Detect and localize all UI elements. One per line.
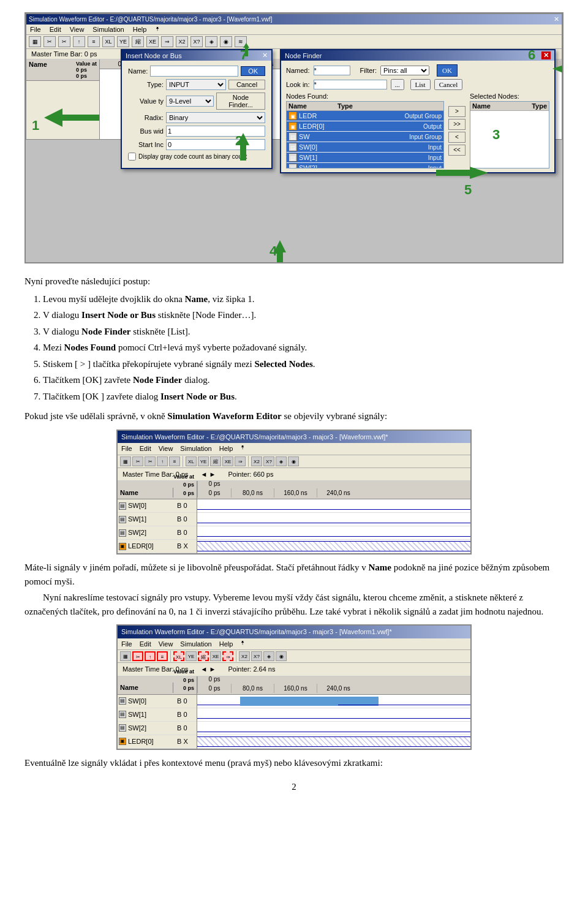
lookin-input[interactable] [314, 80, 387, 89]
mid-tb12[interactable]: X? [263, 456, 274, 466]
mid-tb2[interactable]: ✂ [132, 456, 143, 466]
node-row-ledr[interactable]: ▣ LEDR Output Group [287, 111, 443, 121]
bot-row-ledr0[interactable]: ▣ LEDR[0] B X [118, 735, 197, 749]
mid-simulation[interactable]: Simulation [180, 444, 211, 454]
mid-row-sw2[interactable]: ▤ SW[2] B 0 [118, 526, 197, 540]
bot-tb12[interactable]: ◈ [263, 651, 274, 661]
browse-btn[interactable]: ... [391, 79, 404, 90]
tb-btn-14[interactable]: ◉ [220, 36, 232, 47]
bot-view[interactable]: View [159, 639, 173, 649]
wfe-title: Simulation Waveform Editor - E:/@QUARTUS… [29, 16, 273, 23]
mid-tb10[interactable]: ⇒ [235, 456, 246, 466]
mid-tb13[interactable]: ◈ [276, 456, 287, 466]
mid-tb3[interactable]: ✂ [145, 456, 156, 466]
bot-simulation[interactable]: Simulation [180, 639, 211, 649]
mid-tb6[interactable]: XL [186, 456, 197, 466]
ok-finder-btn[interactable]: OK [437, 64, 458, 77]
bot-tb13[interactable]: ◉ [276, 651, 287, 661]
bot-tb3[interactable]: ↑ [145, 651, 156, 661]
insert-close[interactable]: ✕ [262, 51, 268, 59]
bot-tb7[interactable]: 縮 [198, 651, 209, 661]
mid-view[interactable]: View [159, 444, 173, 454]
mid-tb5[interactable]: ≡ [169, 456, 180, 466]
tb-btn-7[interactable]: YE [117, 36, 129, 47]
node-row-sw0[interactable]: ▤ SW[0] Input [287, 142, 443, 153]
bot-tb6[interactable]: YE [186, 651, 197, 661]
mid-row-sw0[interactable]: ▤ SW[0] B 0 [118, 499, 197, 513]
menu-edit[interactable]: Edit [50, 26, 61, 33]
node-row-sw2[interactable]: ▤ SW[2] Input [287, 163, 443, 168]
selected-nodes-list[interactable]: Name Type [470, 101, 549, 168]
node-row-ledr0[interactable]: ▣ LEDR[0] Output [287, 121, 443, 132]
bot-tb5[interactable]: XL [173, 651, 184, 661]
bot-row-sw0[interactable]: ▤ SW[0] B 0 [118, 695, 197, 708]
buswidth-input[interactable] [166, 126, 265, 137]
tb-btn-12[interactable]: X? [190, 36, 203, 47]
bot-tb11[interactable]: X? [251, 651, 262, 661]
mid-help[interactable]: Help [219, 444, 233, 454]
menu-help[interactable]: Help [133, 26, 147, 33]
bot-help[interactable]: Help [219, 639, 233, 649]
tb-btn-4[interactable]: ↑ [73, 36, 85, 47]
arrow-left-single[interactable]: < [448, 132, 466, 143]
mid-tb8[interactable]: 縮 [210, 456, 221, 466]
arrow-right-single[interactable]: > [448, 106, 466, 117]
nodes-found-list[interactable]: Name Type ▣ LEDR Output Group ▣ LEDR[0] … [286, 101, 444, 168]
bot-row-sw2[interactable]: ▤ SW[2] B 0 [118, 722, 197, 735]
named-input[interactable] [314, 66, 350, 75]
mid-tb9[interactable]: XE [222, 456, 233, 466]
graycode-checkbox[interactable] [128, 153, 136, 161]
finder-close[interactable]: ✕ [541, 51, 551, 59]
mid-row-ledr0[interactable]: ▣ LEDR[0] B X [118, 540, 197, 553]
radix-select[interactable]: Binary [166, 112, 265, 123]
tb-btn-10[interactable]: ⇒ [161, 36, 173, 47]
name-input[interactable] [150, 66, 238, 77]
mid-file[interactable]: File [121, 444, 132, 454]
mid-edit[interactable]: Edit [140, 444, 151, 454]
cancel-finder-btn[interactable]: Cancel [434, 79, 463, 90]
bot-tb1[interactable]: ▦ [120, 651, 131, 661]
tb-btn-13[interactable]: ◈ [205, 36, 217, 47]
bot-tb4[interactable]: ≡ [157, 651, 168, 661]
menu-file[interactable]: File [30, 26, 41, 33]
tb-btn-1[interactable]: ▦ [29, 36, 41, 47]
bot-edit[interactable]: Edit [140, 639, 151, 649]
tb-btn-11[interactable]: X2 [176, 36, 188, 47]
tb-btn-8[interactable]: 縮 [132, 36, 144, 47]
wfe-close[interactable]: ✕ [554, 15, 559, 23]
arrow-buttons: > >> < << [448, 93, 466, 168]
menu-view[interactable]: View [70, 26, 85, 33]
valuety-select[interactable]: 9-Level [166, 96, 214, 107]
bot-tb10[interactable]: X2 [239, 651, 250, 661]
tb-btn-6[interactable]: XL [102, 36, 115, 47]
mid-tb11[interactable]: X2 [251, 456, 262, 466]
bot-tb9[interactable]: ⇒ [222, 651, 233, 661]
mid-row-sw1[interactable]: ▤ SW[1] B 0 [118, 513, 197, 526]
node-row-sw1[interactable]: ▤ SW[1] Input [287, 153, 443, 163]
lookin-label: Look in: [286, 81, 310, 88]
mid-tb1[interactable]: ▦ [120, 456, 131, 466]
filter-select[interactable]: Pins: all [380, 66, 429, 75]
type-select[interactable]: INPUT [166, 79, 226, 90]
arrow-left-double[interactable]: << [448, 145, 466, 156]
ok-button[interactable]: OK [241, 66, 265, 76]
mid-tb14[interactable]: ◉ [288, 456, 299, 466]
node-finder-button[interactable]: Node Finder... [216, 93, 265, 110]
mid-tb4[interactable]: ↑ [157, 456, 168, 466]
cancel-button[interactable]: Cancel [228, 80, 265, 89]
bot-tb2[interactable]: ✂ [132, 651, 143, 661]
startinc-input[interactable] [166, 139, 265, 150]
menu-simulation[interactable]: Simulation [92, 26, 124, 33]
arrow-right-double[interactable]: >> [448, 119, 466, 130]
tb-btn-15[interactable]: ≋ [235, 36, 247, 47]
mid-tb7[interactable]: YE [198, 456, 209, 466]
tb-btn-3[interactable]: ✂ [58, 36, 70, 47]
bot-tb8[interactable]: XE [210, 651, 221, 661]
bot-row-sw1[interactable]: ▤ SW[1] B 0 [118, 708, 197, 722]
node-row-sw[interactable]: ▤ SW Input Group [287, 132, 443, 142]
tb-btn-9[interactable]: XE [146, 36, 159, 47]
bot-file[interactable]: File [121, 639, 132, 649]
list-btn[interactable]: List [410, 79, 431, 90]
tb-btn-2[interactable]: ✂ [43, 36, 56, 47]
tb-btn-5[interactable]: ≡ [88, 36, 100, 47]
